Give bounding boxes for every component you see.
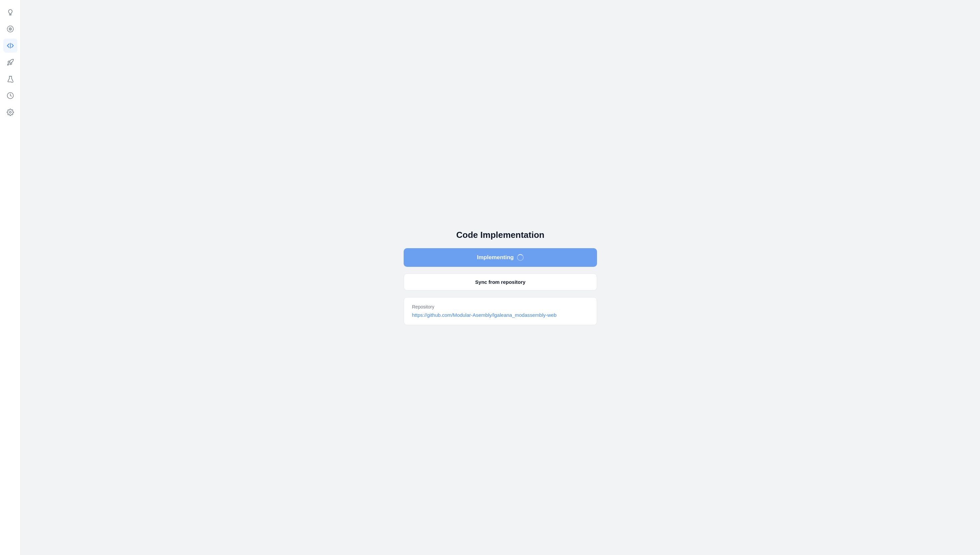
rocket-icon bbox=[6, 59, 14, 66]
center-panel: Code Implementation Implementing Sync fr… bbox=[404, 230, 597, 325]
repository-card: Repository https://github.com/Modular-As… bbox=[404, 297, 597, 325]
flask-icon bbox=[6, 75, 14, 83]
main-content: Code Implementation Implementing Sync fr… bbox=[21, 0, 980, 555]
sidebar-item-lightbulb[interactable] bbox=[3, 5, 17, 19]
code-icon bbox=[6, 42, 14, 49]
settings-icon bbox=[6, 109, 14, 116]
target-icon bbox=[6, 25, 14, 33]
sidebar-item-target[interactable] bbox=[3, 22, 17, 36]
clock-icon bbox=[6, 92, 14, 99]
svg-point-3 bbox=[10, 29, 11, 29]
implementing-button[interactable]: Implementing bbox=[404, 248, 597, 267]
svg-point-7 bbox=[9, 111, 11, 113]
repository-label: Repository bbox=[412, 304, 589, 310]
page-title: Code Implementation bbox=[456, 230, 544, 240]
lightbulb-icon bbox=[6, 9, 14, 16]
implementing-button-label: Implementing bbox=[477, 254, 514, 261]
sidebar-item-code[interactable] bbox=[3, 38, 17, 53]
sidebar-item-rocket[interactable] bbox=[3, 55, 17, 69]
sidebar bbox=[0, 0, 21, 555]
sidebar-item-flask[interactable] bbox=[3, 72, 17, 86]
sidebar-item-clock[interactable] bbox=[3, 88, 17, 103]
sidebar-item-settings[interactable] bbox=[3, 105, 17, 119]
sync-from-repository-button[interactable]: Sync from repository bbox=[404, 274, 597, 290]
repository-link[interactable]: https://github.com/Modular-Asembly/lgale… bbox=[412, 312, 557, 318]
spinner-icon bbox=[517, 254, 524, 261]
